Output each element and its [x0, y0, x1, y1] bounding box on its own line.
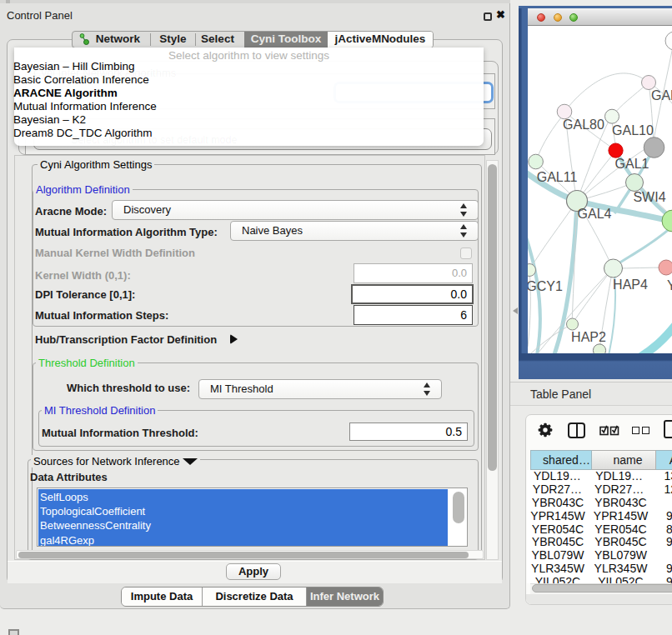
svg-text:GCY1: GCY1 — [528, 279, 563, 293]
svg-text:SWI4: SWI4 — [633, 190, 665, 204]
svg-text:GAL2: GAL2 — [651, 88, 672, 102]
svg-text:GAL4: GAL4 — [578, 207, 612, 221]
svg-text:GAL1: GAL1 — [615, 157, 649, 171]
svg-text:GAL10: GAL10 — [612, 123, 654, 138]
svg-text:Y: Y — [667, 278, 672, 292]
svg-text:HAP4: HAP4 — [613, 278, 648, 292]
svg-text:HAP2: HAP2 — [571, 330, 606, 344]
svg-text:GAL80: GAL80 — [563, 118, 604, 132]
svg-text:GAL11: GAL11 — [537, 170, 578, 184]
